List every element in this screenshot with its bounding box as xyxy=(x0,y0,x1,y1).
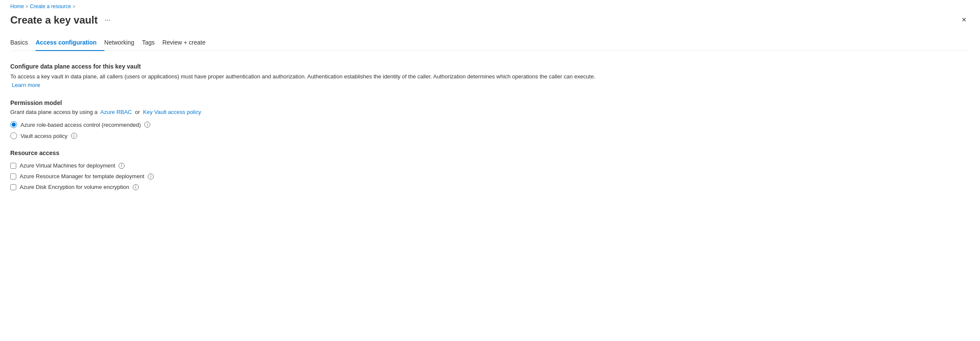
configure-section: Configure data plane access for this key… xyxy=(10,63,970,89)
breadcrumb-create-resource[interactable]: Create a resource xyxy=(30,3,71,9)
breadcrumb-sep2: > xyxy=(73,4,75,9)
azure-rbac-link[interactable]: Azure RBAC xyxy=(100,109,132,115)
checkbox-disk-label: Azure Disk Encryption for volume encrypt… xyxy=(20,184,129,190)
checkbox-arm-deployment[interactable]: Azure Resource Manager for template depl… xyxy=(10,173,970,179)
checkbox-vm-label: Azure Virtual Machines for deployment xyxy=(20,162,115,169)
page-title-row: Create a key vault ··· xyxy=(10,14,113,26)
page-header: Create a key vault ··· × xyxy=(10,11,970,35)
permission-model-subtitle: Grant data plane access by using a Azure… xyxy=(10,109,970,115)
radio-vault-label: Vault access policy xyxy=(21,133,68,139)
radio-vault-input[interactable] xyxy=(10,132,17,139)
arm-info-icon[interactable]: i xyxy=(148,173,154,179)
tab-review-create[interactable]: Review + create xyxy=(162,35,213,51)
breadcrumb-home[interactable]: Home xyxy=(10,3,24,9)
configure-section-desc: To access a key vault in data plane, all… xyxy=(10,72,610,89)
tab-access-configuration[interactable]: Access configuration xyxy=(36,35,104,51)
radio-rbac-input[interactable] xyxy=(10,121,17,128)
radio-rbac[interactable]: Azure role-based access control (recomme… xyxy=(10,121,970,128)
vault-access-policy-link[interactable]: Key Vault access policy xyxy=(143,109,201,115)
page-title: Create a key vault xyxy=(10,14,98,26)
checkbox-vm-input[interactable] xyxy=(10,163,16,169)
resource-access-section: Resource access Azure Virtual Machines f… xyxy=(10,150,970,190)
checkbox-vm-deployment[interactable]: Azure Virtual Machines for deployment i xyxy=(10,162,970,169)
radio-vault-policy[interactable]: Vault access policy i xyxy=(10,132,970,139)
vault-info-icon[interactable]: i xyxy=(71,133,77,139)
tab-bar: Basics Access configuration Networking T… xyxy=(10,35,970,51)
tab-basics[interactable]: Basics xyxy=(10,35,36,51)
tab-networking[interactable]: Networking xyxy=(104,35,142,51)
permission-radio-group: Azure role-based access control (recomme… xyxy=(10,121,970,139)
checkbox-arm-input[interactable] xyxy=(10,173,16,179)
disk-info-icon[interactable]: i xyxy=(133,184,139,190)
permission-model-title: Permission model xyxy=(10,99,970,106)
learn-more-link[interactable]: Learn more xyxy=(12,82,40,88)
checkbox-arm-label: Azure Resource Manager for template depl… xyxy=(20,173,144,179)
breadcrumb-sep1: > xyxy=(26,4,28,9)
radio-rbac-label: Azure role-based access control (recomme… xyxy=(21,122,141,128)
checkbox-disk-encryption[interactable]: Azure Disk Encryption for volume encrypt… xyxy=(10,184,970,190)
resource-access-title: Resource access xyxy=(10,150,970,156)
rbac-info-icon[interactable]: i xyxy=(144,122,150,128)
resource-access-checkbox-group: Azure Virtual Machines for deployment i … xyxy=(10,162,970,190)
more-options-button[interactable]: ··· xyxy=(102,15,113,26)
checkbox-disk-input[interactable] xyxy=(10,184,16,190)
tab-tags[interactable]: Tags xyxy=(142,35,163,51)
close-button[interactable]: × xyxy=(958,14,970,26)
permission-model-section: Permission model Grant data plane access… xyxy=(10,99,970,139)
configure-section-title: Configure data plane access for this key… xyxy=(10,63,970,70)
vm-info-icon[interactable]: i xyxy=(119,163,125,169)
breadcrumb: Home > Create a resource > xyxy=(10,0,970,11)
